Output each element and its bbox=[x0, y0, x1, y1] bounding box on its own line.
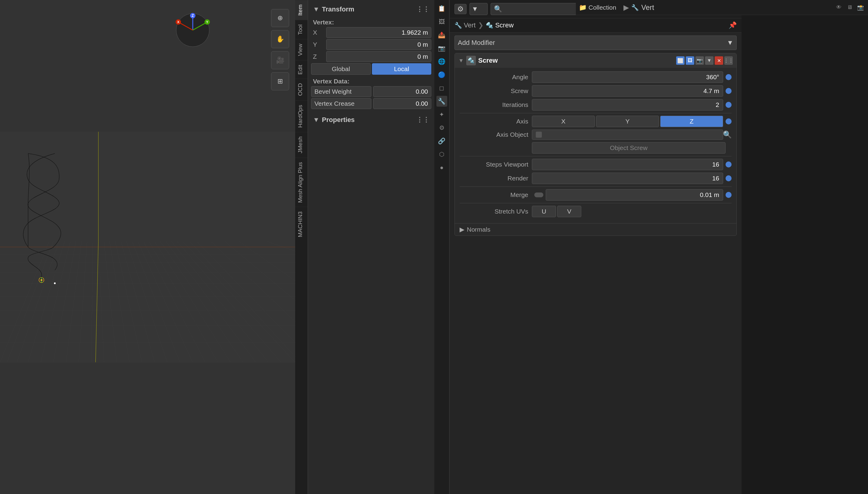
screw-modifier-card: ▼ 🔩 Screw ⬜ 🖼 📷 ▼ ✕ ⋮⋮ Angle 360° bbox=[455, 53, 737, 236]
modifier-options-btn[interactable]: ⋮⋮ bbox=[724, 56, 733, 65]
outliner-bar: 📁 Collection ▶ 🔧 Vert 👁 🖥 📸 bbox=[576, 0, 741, 15]
y-value-input[interactable]: 0 m bbox=[326, 39, 431, 50]
outliner-label: Collection bbox=[589, 4, 616, 11]
axis-x-btn[interactable]: X bbox=[532, 116, 595, 127]
breadcrumb-screw-label: Screw bbox=[495, 21, 514, 29]
screw-modifier-name[interactable]: Screw bbox=[478, 57, 674, 64]
camera-tool-btn[interactable]: 🎥 bbox=[271, 51, 289, 69]
transform-menu-dots[interactable]: ⋮⋮ bbox=[416, 5, 429, 13]
stretch-u-btn[interactable]: U bbox=[532, 206, 556, 217]
render-icon[interactable]: 🖼 bbox=[437, 16, 447, 27]
properties-header-icon: ⚙ bbox=[457, 5, 464, 13]
transform-section-header[interactable]: ▼ Transform ⋮⋮ bbox=[308, 3, 434, 16]
cursor-tool-btn[interactable]: ⊕ bbox=[271, 9, 289, 27]
close-modifier-btn[interactable]: ✕ bbox=[715, 56, 723, 65]
material-icon[interactable]: ● bbox=[437, 162, 447, 173]
axis-object-input[interactable] bbox=[532, 130, 723, 140]
screw-modifier-icon: 🔩 bbox=[466, 56, 476, 65]
svg-point-50 bbox=[54, 283, 56, 284]
iterations-value[interactable]: 2 bbox=[532, 99, 723, 111]
vertex-label: Vertex: bbox=[311, 17, 431, 27]
modifier-panel-main: 📁 Collection ▶ 🔧 Vert 👁 🖥 📸 ⚙ ▼ ▼ bbox=[449, 0, 741, 494]
tab-item[interactable]: Item bbox=[295, 0, 308, 20]
output-icon[interactable]: 📤 bbox=[437, 30, 447, 40]
collection-icon: 📁 bbox=[579, 4, 587, 11]
vertex-crease-value[interactable]: 0.00 bbox=[373, 98, 431, 109]
vertex-crease-label: Vertex Crease bbox=[311, 98, 371, 109]
bevel-weight-label: Bevel Weight bbox=[311, 86, 371, 97]
steps-viewport-value[interactable]: 16 bbox=[532, 159, 723, 170]
normals-header[interactable]: ▶ Normals bbox=[460, 226, 732, 233]
modifier-wrench-icon[interactable]: 🔧 bbox=[437, 96, 447, 107]
grab-tool-btn[interactable]: ✋ bbox=[271, 30, 289, 48]
modifier-breadcrumb: 🔧 Vert ❯ 🔩 Screw 📌 bbox=[450, 18, 741, 33]
merge-toggle[interactable] bbox=[534, 192, 543, 197]
steps-viewport-dot bbox=[726, 162, 732, 168]
tab-edit[interactable]: Edit bbox=[295, 60, 308, 79]
expand-modifier-btn[interactable]: ▼ bbox=[705, 56, 713, 65]
vertex-data-label: Vertex Data: bbox=[311, 77, 431, 86]
tab-mesh-align-plus[interactable]: Mesh Align Plus bbox=[295, 157, 308, 207]
expand-arrow-icon: ▶ bbox=[623, 3, 629, 12]
axis-y-btn[interactable]: Y bbox=[596, 116, 659, 127]
grid-tool-btn[interactable]: ⊞ bbox=[271, 72, 289, 90]
right-panel: 📋 🖼 📤 📷 🌐 🔵 ◻ 🔧 ✦ ⚙ 🔗 ⬡ ● 📁 Collection ▶… bbox=[434, 0, 868, 494]
pin-btn[interactable]: 📌 bbox=[729, 21, 737, 29]
view-layer-icon[interactable]: 📷 bbox=[437, 43, 447, 54]
realtime-display-btn[interactable]: ⬜ bbox=[676, 56, 684, 65]
tab-ocd[interactable]: OCD bbox=[295, 79, 308, 100]
physics-icon[interactable]: ⚙ bbox=[437, 122, 447, 133]
angle-value[interactable]: 360° bbox=[532, 71, 723, 83]
scene-icon[interactable]: 🌐 bbox=[437, 56, 447, 67]
svg-text:Z: Z bbox=[192, 14, 194, 18]
render-display-btn[interactable]: 🖼 bbox=[686, 56, 694, 65]
y-axis-label: Y bbox=[311, 41, 326, 48]
bevel-weight-value[interactable]: 0.00 bbox=[373, 86, 431, 97]
header-dropdown[interactable]: ▼ bbox=[469, 3, 488, 15]
tab-machin3[interactable]: MACHIN3 bbox=[295, 207, 308, 242]
modifier-side-icons: 📋 🖼 📤 📷 🌐 🔵 ◻ 🔧 ✦ ⚙ 🔗 ⬡ ● bbox=[434, 0, 449, 494]
screw-mod-icon: 🔩 bbox=[486, 22, 493, 29]
merge-row: Merge 0.01 m bbox=[460, 189, 732, 201]
header-icon-btn[interactable]: ⚙ bbox=[455, 4, 466, 14]
tab-hardops[interactable]: HardOps bbox=[295, 100, 308, 132]
add-modifier-btn[interactable]: Add Modifier ▼ bbox=[455, 36, 737, 50]
properties-menu-dots[interactable]: ⋮⋮ bbox=[416, 116, 429, 124]
eyedropper-btn[interactable]: 🔍 bbox=[723, 130, 732, 139]
render-steps-row: Render 16 bbox=[460, 173, 732, 184]
object-icon[interactable]: ◻ bbox=[437, 82, 447, 93]
stretch-v-btn[interactable]: V bbox=[557, 206, 581, 217]
axis-object-row: Axis Object 🔍 bbox=[460, 130, 732, 140]
render-steps-value[interactable]: 16 bbox=[532, 173, 723, 184]
particle-icon[interactable]: ✦ bbox=[437, 109, 447, 120]
tab-jmesh[interactable]: JMesh bbox=[295, 132, 308, 157]
outliner-collection: 📁 Collection bbox=[579, 4, 616, 11]
transform-content: Vertex: X 1.9622 m Y 0 m Z 0 m Global Lo… bbox=[308, 16, 434, 112]
transform-mode-row: Global Local bbox=[311, 63, 431, 75]
global-btn[interactable]: Global bbox=[311, 63, 371, 75]
axis-label: Axis bbox=[460, 118, 532, 125]
transform-section: ▼ Transform ⋮⋮ Vertex: X 1.9622 m Y 0 m … bbox=[308, 3, 434, 112]
viewport[interactable]: Z Y X ⊕ ✋ 🎥 ⊞ bbox=[0, 0, 295, 494]
screw-value-input[interactable]: 4.7 m bbox=[532, 85, 723, 97]
divider-4 bbox=[460, 203, 732, 203]
modifier-collapse-arrow[interactable]: ▼ bbox=[458, 58, 464, 64]
z-value-input[interactable]: 0 m bbox=[326, 51, 431, 62]
constraints-icon[interactable]: 🔗 bbox=[437, 136, 447, 146]
world-icon[interactable]: 🔵 bbox=[437, 69, 447, 80]
z-axis-label: Z bbox=[311, 53, 326, 60]
axis-z-btn[interactable]: Z bbox=[660, 116, 723, 127]
properties-icon[interactable]: 📋 bbox=[437, 3, 447, 14]
normals-section: ▶ Normals bbox=[455, 223, 736, 235]
local-btn[interactable]: Local bbox=[372, 63, 431, 75]
breadcrumb-vert-label[interactable]: Vert bbox=[464, 21, 476, 29]
properties-section-header[interactable]: ▼ Properties ⋮⋮ bbox=[308, 114, 434, 126]
merge-value[interactable]: 0.01 m bbox=[546, 189, 723, 201]
camera-display-btn[interactable]: 📷 bbox=[695, 56, 704, 65]
data-icon[interactable]: ⬡ bbox=[437, 149, 447, 160]
outliner-object-name[interactable]: Vert bbox=[641, 3, 654, 12]
vert-type-icon: 🔧 bbox=[455, 22, 462, 29]
tab-view[interactable]: View bbox=[295, 39, 308, 60]
tab-tool[interactable]: Tool bbox=[295, 20, 308, 39]
x-value-input[interactable]: 1.9622 m bbox=[326, 27, 431, 38]
